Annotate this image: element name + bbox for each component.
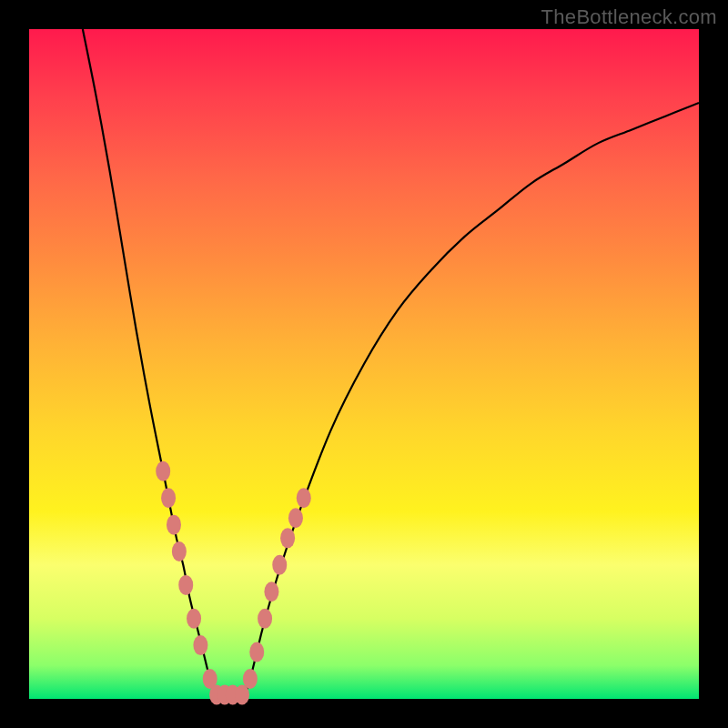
marker-point: [258, 609, 272, 629]
marker-point: [297, 488, 311, 508]
watermark-text: TheBottleneck.com: [541, 5, 717, 29]
marker-group: [156, 461, 311, 705]
right-branch-curve: [244, 103, 699, 699]
curve-layer: [29, 29, 699, 699]
plot-area: [29, 29, 699, 699]
marker-point: [288, 508, 303, 528]
marker-point: [161, 488, 176, 508]
marker-point: [264, 581, 278, 602]
marker-point: [172, 541, 187, 561]
marker-point: [187, 609, 201, 629]
marker-point: [272, 555, 287, 575]
marker-point: [249, 642, 264, 662]
marker-point: [178, 575, 193, 595]
marker-point: [243, 669, 258, 689]
marker-point: [156, 461, 170, 481]
left-branch-curve: [83, 29, 217, 699]
marker-point: [167, 515, 181, 535]
chart-frame: TheBottleneck.com: [0, 0, 728, 728]
marker-point: [280, 528, 295, 548]
marker-point: [193, 635, 207, 655]
